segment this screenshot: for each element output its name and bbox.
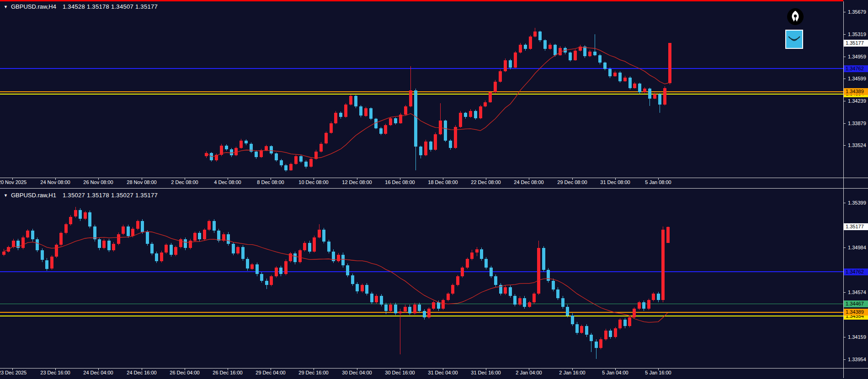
candle (585, 326, 588, 335)
candle (369, 108, 373, 119)
candle (504, 287, 507, 294)
price-axis-border (843, 1, 844, 378)
price-tag: 1.35177 (844, 40, 868, 47)
candle (384, 125, 387, 134)
candle (222, 234, 225, 241)
candle (102, 241, 106, 248)
horizontal-line[interactable] (0, 304, 843, 304)
candle (26, 231, 29, 237)
candle (504, 60, 507, 71)
candle (299, 156, 303, 162)
time-axis-label: 24 Dec 08:00 (514, 179, 543, 185)
candle (413, 305, 416, 313)
candle (289, 164, 293, 170)
candle (599, 339, 602, 348)
price-axis-label: 1.34239 (848, 98, 866, 104)
chart-plot-area-h1[interactable] (0, 189, 843, 368)
price-axis-tick (844, 359, 846, 360)
candle (270, 146, 273, 153)
candle (559, 48, 562, 55)
horizontal-line[interactable] (0, 312, 843, 313)
candle (256, 264, 259, 274)
candle (36, 239, 39, 250)
candle (648, 89, 651, 99)
candle (170, 245, 173, 254)
candle (638, 302, 641, 309)
candle (424, 142, 427, 155)
smile-icon[interactable] (785, 30, 803, 49)
collapse-arrow-icon[interactable]: ▼ (4, 193, 8, 198)
candle (314, 152, 318, 159)
collapse-arrow-icon[interactable]: ▼ (4, 5, 8, 9)
pen-tool-icon[interactable] (787, 8, 804, 25)
time-axis-label: 24 Nov 08:00 (40, 179, 70, 185)
chart-title-h1: ▼ GBPUSD.raw,H1 1.35027 1.35178 1.35027 … (4, 192, 158, 199)
candle (618, 73, 622, 81)
candle (661, 230, 665, 300)
candle (374, 119, 378, 128)
candle (542, 248, 545, 270)
candle (210, 153, 213, 160)
candle (155, 253, 158, 261)
panel-separator (0, 188, 868, 189)
candle (444, 121, 447, 140)
candle (265, 281, 268, 285)
candle (475, 249, 479, 253)
candle (280, 160, 283, 165)
price-axis-tick (844, 12, 846, 12)
candle (107, 241, 111, 250)
candle (193, 233, 197, 241)
horizontal-line[interactable] (0, 316, 843, 316)
candle (21, 237, 25, 248)
price-axis-label: 1.34959 (848, 54, 866, 59)
candle (519, 45, 522, 53)
candle (208, 221, 211, 230)
candle (213, 221, 216, 231)
candle (480, 249, 483, 259)
candle (250, 264, 254, 269)
candle (303, 243, 306, 251)
candle (234, 148, 238, 155)
candle (7, 247, 10, 252)
candle (548, 45, 552, 49)
candle (334, 113, 337, 123)
candle (638, 84, 641, 92)
time-axis-label: 5 Jan 16:00 (645, 370, 671, 375)
horizontal-line[interactable] (0, 91, 843, 92)
candle (31, 231, 34, 239)
candle (260, 150, 263, 157)
candle (418, 305, 421, 311)
candle (389, 305, 392, 311)
ohlc-values-h4: 1.34528 1.35178 1.34507 1.35177 (63, 3, 158, 10)
candle (618, 320, 622, 328)
candle (588, 52, 591, 57)
candle (484, 102, 487, 107)
candle (220, 146, 223, 155)
candle (241, 247, 245, 259)
candle (404, 307, 407, 312)
horizontal-line[interactable] (0, 271, 843, 272)
candle (255, 152, 258, 157)
time-axis-label: 31 Dec 08:00 (600, 179, 630, 185)
candle (447, 294, 450, 300)
candle (658, 94, 661, 105)
price-axis-tick (844, 247, 846, 248)
panel-bottom-border-h1 (0, 368, 868, 368)
candle (198, 233, 201, 239)
candle (494, 82, 497, 92)
time-axis-label: 23 Dec 2025 (0, 370, 27, 375)
candle (330, 123, 333, 133)
candle (189, 241, 192, 248)
price-axis-label: 1.34574 (848, 290, 866, 295)
candle (429, 142, 432, 150)
time-axis-label: 4 Dec 08:00 (214, 179, 241, 185)
candle (561, 298, 564, 307)
candle (59, 233, 63, 245)
time-axis-label: 10 Dec 08:00 (298, 179, 328, 185)
horizontal-line[interactable] (0, 94, 843, 95)
panel-bottom-border-h4 (0, 178, 868, 178)
time-axis-label: 16 Dec 08:00 (385, 179, 415, 185)
candle (474, 111, 477, 118)
horizontal-line[interactable] (0, 68, 843, 69)
candle (245, 141, 248, 144)
